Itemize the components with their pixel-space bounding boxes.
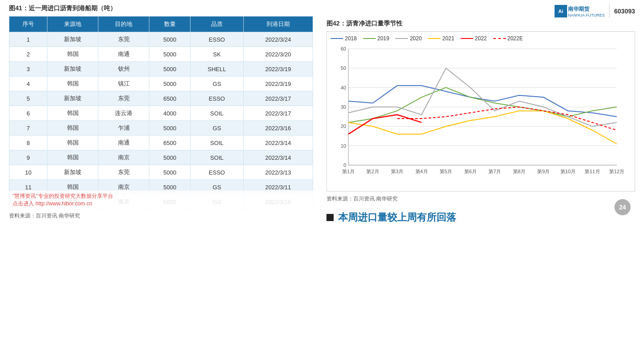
table-cell: 7 bbox=[9, 121, 47, 136]
table-cell: 2022/3/13 bbox=[243, 165, 313, 180]
svg-text:40: 40 bbox=[341, 85, 346, 90]
table-cell: 9 bbox=[9, 150, 47, 165]
legend-2019: 2019 bbox=[363, 35, 390, 42]
legend-2022e: 2022E bbox=[493, 35, 523, 42]
table-cell: 韩国 bbox=[47, 106, 98, 121]
right-section-title: 图42：沥青净进口量季节性 bbox=[326, 20, 635, 28]
table-cell: 4 bbox=[9, 77, 47, 91]
table-row: 1新加坡东莞5000ESSO2022/3/24 bbox=[9, 32, 313, 47]
table-cell: SOIL bbox=[191, 136, 244, 150]
svg-text:第11月: 第11月 bbox=[585, 169, 600, 174]
table-cell: 韩国 bbox=[47, 47, 98, 62]
svg-text:第5月: 第5月 bbox=[440, 169, 452, 174]
col-header-date: 到港日期 bbox=[243, 17, 313, 32]
svg-text:第9月: 第9月 bbox=[537, 169, 550, 174]
legend-2021: 2021 bbox=[428, 35, 454, 42]
svg-text:第7月: 第7月 bbox=[488, 169, 501, 174]
table-cell: 韩国 bbox=[47, 77, 98, 91]
svg-text:10: 10 bbox=[341, 143, 346, 149]
left-section-title: 图41：近一周进口沥青到港船期（吨） bbox=[9, 4, 313, 13]
table-row: 6韩国连云港4000SOIL2022/3/17 bbox=[9, 106, 313, 121]
table-cell: 1 bbox=[9, 32, 47, 47]
table-cell: 2022/3/20 bbox=[243, 47, 313, 62]
svg-text:0: 0 bbox=[343, 162, 346, 168]
table-cell: 镇江 bbox=[98, 77, 149, 91]
svg-text:20: 20 bbox=[341, 124, 346, 129]
table-cell: ESSO bbox=[191, 32, 244, 47]
table-cell: 新加坡 bbox=[47, 32, 98, 47]
table-row: 9韩国南京5000SOIL2022/3/14 bbox=[9, 150, 313, 165]
table-cell: SK bbox=[191, 47, 244, 62]
table-cell: 5000 bbox=[149, 121, 191, 136]
table-row: 4韩国镇江5000GS2022/3/19 bbox=[9, 77, 313, 91]
table-cell: ESSO bbox=[191, 165, 244, 180]
table-cell: GS bbox=[191, 121, 244, 136]
table-cell: GS bbox=[191, 77, 244, 91]
logo-name: 南华期货 bbox=[568, 5, 605, 13]
table-row: 10新加坡东莞5000ESSO2022/3/13 bbox=[9, 165, 313, 180]
table-cell: 2022/3/17 bbox=[243, 106, 313, 121]
table-row: 3新加坡钦州5000SHELL2022/3/19 bbox=[9, 62, 313, 77]
table-cell: 2 bbox=[9, 47, 47, 62]
logo-icon: Ai bbox=[558, 9, 563, 14]
col-header-dest: 目的地 bbox=[98, 17, 149, 32]
right-source: 资料来源：百川资讯 南华研究 bbox=[326, 195, 635, 203]
legend-2020: 2020 bbox=[395, 35, 422, 42]
watermark: "慧博资讯"专业的投资研究大数据分享平台 点击进入 http://www.hib… bbox=[9, 191, 313, 209]
table-cell: 2022/3/19 bbox=[243, 77, 313, 91]
svg-text:第2月: 第2月 bbox=[366, 169, 379, 174]
table-cell: 6 bbox=[9, 106, 47, 121]
table-cell: 5 bbox=[9, 91, 47, 106]
table-cell: 韩国 bbox=[47, 150, 98, 165]
logo-sub: NANHUA FUTURES bbox=[568, 13, 605, 17]
table-row: 7韩国乍浦5000GS2022/3/16 bbox=[9, 121, 313, 136]
svg-text:第6月: 第6月 bbox=[464, 169, 477, 174]
table-cell: 东莞 bbox=[98, 32, 149, 47]
svg-text:第4月: 第4月 bbox=[415, 169, 428, 174]
highlight-title: 本周进口量较上周有所回落 bbox=[326, 211, 635, 224]
col-header-qty: 数量 bbox=[149, 17, 191, 32]
table-cell: 2022/3/17 bbox=[243, 91, 313, 106]
table-cell: 6500 bbox=[149, 136, 191, 150]
svg-text:第12月: 第12月 bbox=[609, 169, 624, 174]
table-cell: 5000 bbox=[149, 77, 191, 91]
legend-2022: 2022 bbox=[461, 35, 487, 42]
table-cell: 5000 bbox=[149, 47, 191, 62]
table-cell: 韩国 bbox=[47, 121, 98, 136]
left-source: 资料来源：百川资讯 南华研究 bbox=[9, 212, 313, 220]
table-cell: 8 bbox=[9, 136, 47, 150]
table-cell: 2022/3/24 bbox=[243, 32, 313, 47]
col-header-quality: 品质 bbox=[191, 17, 244, 32]
svg-text:第1月: 第1月 bbox=[342, 169, 355, 174]
table-cell: 新加坡 bbox=[47, 165, 98, 180]
svg-text:第10月: 第10月 bbox=[560, 169, 576, 174]
table-row: 2韩国南通5000SK2022/3/20 bbox=[9, 47, 313, 62]
table-cell: 南通 bbox=[98, 136, 149, 150]
table-cell: 5000 bbox=[149, 150, 191, 165]
table-cell: SOIL bbox=[191, 106, 244, 121]
table-cell: 南京 bbox=[98, 150, 149, 165]
table-cell: 新加坡 bbox=[47, 91, 98, 106]
stock-code: 603093 bbox=[614, 8, 635, 15]
table-cell: 5000 bbox=[149, 165, 191, 180]
table-cell: 2022/3/19 bbox=[243, 62, 313, 77]
import-table: 序号 来源地 目的地 数量 品质 到港日期 1新加坡东莞5000ESSO2022… bbox=[9, 16, 313, 209]
svg-text:60: 60 bbox=[341, 46, 346, 51]
watermark-url: 点击进入 http://www.hibor.com.cn bbox=[13, 200, 92, 207]
line-chart-svg: 0102030405060第1月第2月第3月第4月第5月第6月第7月第8月第9月… bbox=[330, 44, 626, 188]
col-header-num: 序号 bbox=[9, 17, 47, 32]
table-cell: SOIL bbox=[191, 150, 244, 165]
table-cell: 乍浦 bbox=[98, 121, 149, 136]
table-cell: 连云港 bbox=[98, 106, 149, 121]
table-cell: 2022/3/14 bbox=[243, 150, 313, 165]
highlight-text: 本周进口量较上周有所回落 bbox=[338, 211, 456, 224]
table-cell: 东莞 bbox=[98, 91, 149, 106]
table-cell: 10 bbox=[9, 165, 47, 180]
col-header-source: 来源地 bbox=[47, 17, 98, 32]
chart-legend: 2018 2019 2020 2021 2022 bbox=[330, 35, 631, 42]
svg-text:30: 30 bbox=[341, 104, 346, 110]
watermark-text: "慧博资讯"专业的投资研究大数据分享平台 bbox=[13, 193, 113, 199]
table-cell: 新加坡 bbox=[47, 62, 98, 77]
svg-text:第3月: 第3月 bbox=[391, 169, 403, 174]
table-cell: 韩国 bbox=[47, 136, 98, 150]
